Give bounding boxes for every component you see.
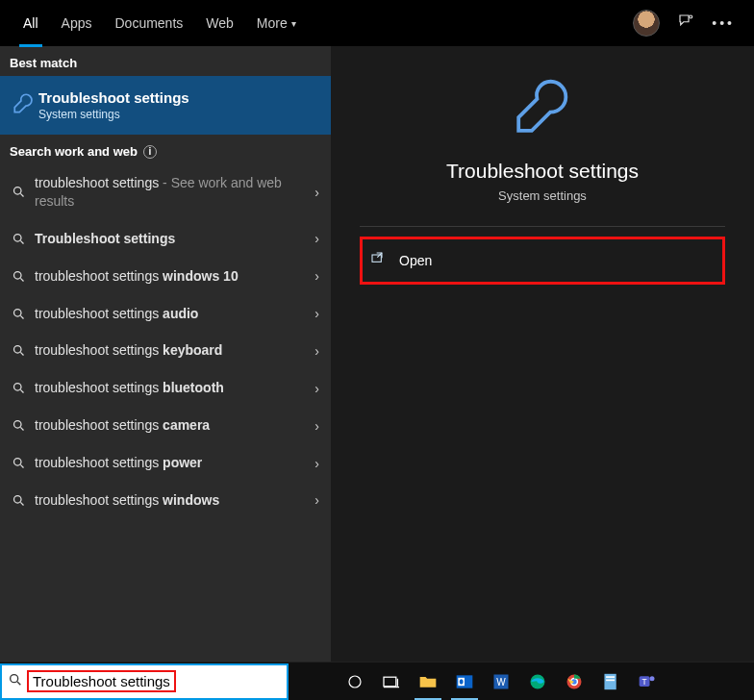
chevron-right-icon[interactable]: › [314,231,319,246]
open-label: Open [399,253,432,268]
suggestion-row[interactable]: troubleshoot settings audio› [0,295,331,333]
svg-point-7 [14,421,22,429]
notepad-icon[interactable] [594,662,627,701]
info-icon[interactable]: i [143,145,157,159]
best-match-title: Troubleshoot settings [38,89,189,106]
search-icon [12,456,35,470]
search-icon [12,493,35,508]
svg-rect-25 [606,679,615,681]
chevron-right-icon[interactable]: › [314,492,319,508]
search-scope-tabs: All Apps Documents Web More▾ ••• [0,0,754,46]
divider [360,226,725,227]
suggestion-text: troubleshoot settings - See work and web… [35,174,314,211]
section-label: Best match [10,56,77,70]
chevron-right-icon[interactable]: › [314,268,319,284]
search-icon [12,269,35,284]
chrome-icon[interactable] [558,662,591,701]
svg-point-11 [11,674,18,682]
best-match-result[interactable]: Troubleshoot settings System settings [0,76,331,135]
results-list-pane: Best match Troubleshoot settings System … [0,46,331,662]
search-icon [12,185,35,199]
chevron-right-icon[interactable]: › [314,343,319,359]
preview-title: Troubleshoot settings [446,160,639,183]
tab-documents[interactable]: Documents [103,0,194,46]
chevron-right-icon[interactable]: › [314,306,319,321]
feedback-icon[interactable] [677,12,694,34]
svg-point-8 [14,459,22,466]
svg-point-9 [14,495,22,503]
top-right-controls: ••• [633,10,742,37]
tab-label: Documents [114,15,183,31]
more-options-icon[interactable]: ••• [712,15,735,31]
best-match-subtitle: System settings [38,108,189,121]
section-label: Search work and web [10,144,138,159]
result-preview-pane: Troubleshoot settings System settings Op… [331,46,754,662]
suggestion-row[interactable]: Troubleshoot settings› [0,220,331,258]
search-icon [12,307,35,321]
tab-label: All [23,15,38,31]
svg-text:T: T [642,676,647,686]
suggestion-text: troubleshoot settings audio [35,305,314,323]
tab-more[interactable]: More▾ [245,0,308,46]
taskbar-apps: W T [339,662,664,701]
task-view-icon[interactable] [375,662,408,701]
taskbar-search-box[interactable]: Troubleshoot settings [0,663,289,700]
svg-text:W: W [496,677,506,688]
search-icon [12,381,35,395]
svg-point-16 [460,679,464,684]
chevron-right-icon[interactable]: › [314,185,319,200]
user-avatar[interactable] [633,10,660,37]
suggestion-row[interactable]: troubleshoot settings windows› [0,482,331,519]
suggestion-row[interactable]: troubleshoot settings - See work and web… [0,164,331,220]
chevron-right-icon[interactable]: › [314,456,319,471]
teams-icon[interactable]: T [631,662,664,701]
tab-all[interactable]: All [12,0,50,46]
cortana-icon[interactable] [339,662,371,701]
suggestion-text: troubleshoot settings power [35,454,314,472]
word-icon[interactable]: W [485,662,517,701]
search-icon [12,232,35,246]
search-icon [12,418,35,433]
edge-icon[interactable] [521,662,554,701]
suggestion-text: Troubleshoot settings [35,230,314,248]
tab-label: Web [206,15,234,31]
suggestion-row[interactable]: troubleshoot settings windows 10› [0,258,331,295]
chevron-right-icon[interactable]: › [314,381,319,396]
svg-point-4 [14,309,22,316]
wrench-icon [12,91,38,120]
taskbar: Troubleshoot settings W T [0,662,754,700]
svg-rect-10 [372,255,381,262]
suggestion-list: troubleshoot settings - See work and web… [0,164,331,519]
suggestion-text: troubleshoot settings camera [35,416,314,435]
preview-subtitle: System settings [498,188,587,203]
svg-point-28 [650,676,655,681]
svg-point-2 [14,234,22,241]
suggestion-text: troubleshoot settings windows 10 [35,267,314,286]
suggestion-text: troubleshoot settings keyboard [35,341,314,360]
wrench-icon [509,73,576,144]
svg-point-5 [14,346,22,354]
svg-point-6 [14,384,22,391]
chevron-right-icon[interactable]: › [314,418,319,434]
outlook-icon[interactable] [448,662,481,701]
suggestion-row[interactable]: troubleshoot settings bluetooth› [0,369,331,407]
tab-web[interactable]: Web [194,0,245,46]
suggestion-text: troubleshoot settings bluetooth [35,379,314,397]
tab-label: Apps [62,15,92,31]
file-explorer-icon[interactable] [412,662,444,701]
suggestion-row[interactable]: troubleshoot settings camera› [0,407,331,444]
suggestion-row[interactable]: troubleshoot settings power› [0,444,331,482]
svg-point-1 [14,188,22,195]
chevron-down-icon: ▾ [291,18,296,29]
open-icon [370,251,391,270]
open-action[interactable]: Open [360,237,725,285]
svg-point-3 [14,271,22,279]
section-search-work-web: Search work and web i [0,135,331,164]
suggestion-row[interactable]: troubleshoot settings keyboard› [0,332,331,369]
search-icon [12,343,35,358]
tab-label: More [257,15,288,31]
svg-rect-24 [606,676,615,678]
tab-apps[interactable]: Apps [50,0,104,46]
svg-point-12 [349,676,361,688]
suggestion-text: troubleshoot settings windows [35,491,314,510]
